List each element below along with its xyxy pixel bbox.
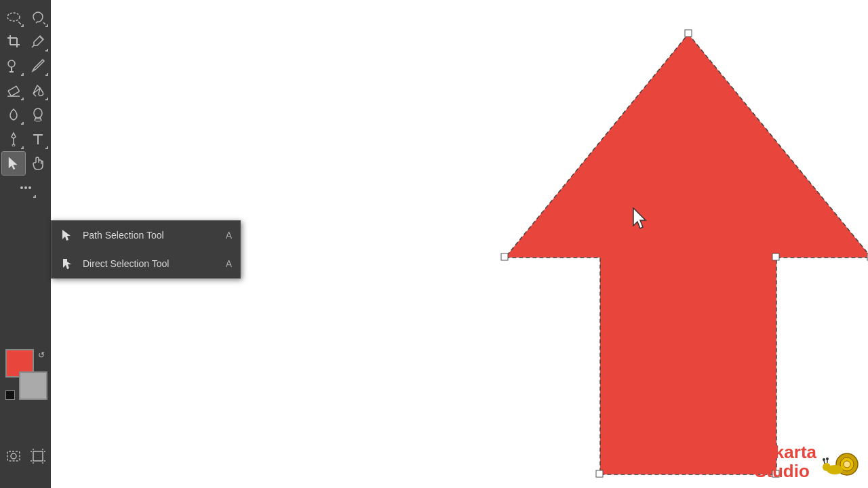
svg-line-7 [32, 45, 34, 47]
crop-tool[interactable] [2, 30, 25, 53]
svg-rect-37 [685, 30, 692, 37]
tool-row-6 [0, 127, 51, 150]
svg-point-52 [826, 458, 829, 460]
type-tool[interactable] [26, 127, 50, 150]
tool-row-dots [0, 176, 51, 199]
svg-point-25 [28, 186, 31, 189]
blur-tool[interactable] [2, 103, 25, 126]
svg-rect-12 [7, 86, 19, 96]
svg-rect-26 [7, 451, 20, 461]
brush-tool[interactable] [26, 54, 50, 77]
smudge-tool[interactable] [26, 103, 50, 126]
ellipse-marquee-tool[interactable] [2, 5, 25, 28]
pen-tool[interactable] [2, 127, 25, 150]
paint-bucket-tool[interactable] [26, 79, 50, 102]
swap-colors-icon[interactable]: ↺ [35, 349, 47, 361]
toolbar: ↺ [0, 0, 51, 488]
tool-row-4 [0, 79, 51, 102]
path-selection-shortcut: A [226, 230, 232, 241]
watermark: Jakarta Studio [755, 443, 861, 481]
quick-mask-mode[interactable] [2, 445, 25, 468]
direct-selection-menu-label: Direct Selection Tool [83, 258, 219, 269]
eyedropper-tool[interactable] [26, 30, 50, 53]
lasso-tool[interactable] [26, 5, 50, 28]
svg-rect-42 [596, 470, 603, 477]
path-selection-menu-label: Path Selection Tool [83, 230, 219, 241]
tool-row-7 [0, 152, 51, 175]
svg-point-46 [844, 461, 850, 468]
path-selection-tool-button[interactable] [2, 152, 25, 175]
svg-line-14 [33, 94, 36, 96]
context-menu-item-direct-selection[interactable]: Direct Selection Tool A [52, 249, 240, 278]
svg-point-9 [8, 60, 15, 67]
hand-tool[interactable] [26, 152, 50, 175]
background-color-swatch[interactable] [19, 371, 47, 400]
arrow-shape [485, 27, 868, 481]
watermark-text: Jakarta Studio [755, 443, 816, 481]
svg-point-48 [823, 463, 831, 471]
stamp-tool[interactable] [2, 54, 25, 77]
svg-rect-28 [33, 451, 43, 461]
svg-point-0 [7, 13, 20, 21]
svg-point-51 [823, 458, 825, 461]
svg-point-15 [34, 108, 42, 118]
watermark-line2: Studio [755, 461, 810, 481]
svg-point-23 [20, 186, 23, 189]
svg-rect-38 [501, 253, 508, 260]
eraser-tool[interactable] [2, 79, 25, 102]
svg-rect-39 [772, 253, 779, 260]
context-menu-item-path-selection[interactable]: Path Selection Tool A [52, 221, 240, 249]
color-swatches: ↺ [5, 349, 47, 400]
tool-row-1 [0, 5, 51, 28]
tool-row-3 [0, 54, 51, 77]
more-tools-button[interactable] [14, 176, 37, 199]
path-selection-menu-icon [60, 227, 76, 243]
tool-row-2 [0, 30, 51, 53]
direct-selection-menu-icon [60, 256, 76, 272]
watermark-line1: Jakarta [755, 442, 816, 462]
default-colors-button[interactable] [5, 390, 15, 400]
svg-point-27 [11, 453, 16, 459]
svg-point-18 [35, 119, 41, 121]
artboard-tool[interactable] [26, 445, 50, 468]
direct-selection-shortcut: A [226, 258, 232, 269]
svg-point-24 [24, 186, 27, 189]
context-menu: Path Selection Tool A Direct Selection T… [51, 220, 241, 279]
tool-row-5 [0, 103, 51, 126]
mode-row [0, 445, 51, 468]
snail-icon [821, 444, 861, 481]
